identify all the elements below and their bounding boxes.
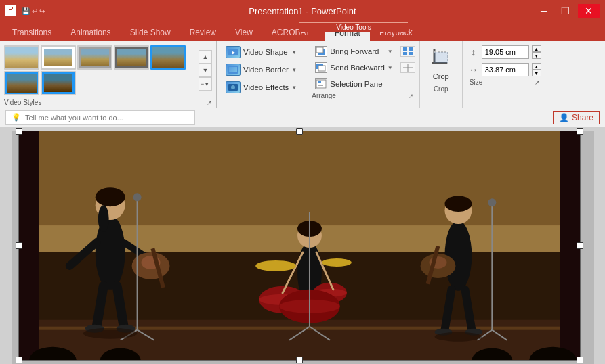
crop-section-label: Crop — [432, 85, 450, 93]
video-effects-section: ▶ Video Shape ▼ Video Border ▼ Video Eff… — [217, 41, 306, 108]
rotation-line — [299, 127, 299, 131]
video-shape-dropdown-icon: ▼ — [291, 49, 297, 55]
svg-rect-17 — [318, 85, 323, 86]
send-backward-row: Send Backward ▼ — [310, 60, 415, 75]
arrange-grid-btn-1[interactable] — [400, 46, 415, 57]
scroll-more-button[interactable]: ≡▼ — [199, 77, 212, 91]
close-button[interactable]: ✕ — [578, 4, 600, 18]
handle-top-right[interactable] — [577, 128, 583, 135]
handle-bottom-right[interactable] — [577, 357, 583, 363]
video-border-dropdown-icon: ▼ — [291, 67, 297, 73]
svg-rect-22 — [434, 52, 448, 63]
svg-point-61 — [444, 196, 472, 212]
width-decrement-button[interactable]: ▼ — [532, 70, 541, 76]
video-effects-icon — [226, 81, 241, 93]
bring-forward-icon — [315, 46, 327, 57]
rotation-handle[interactable] — [296, 127, 303, 131]
style-thumb-6[interactable] — [4, 71, 39, 95]
svg-point-78 — [434, 332, 482, 342]
search-input[interactable] — [25, 114, 189, 122]
svg-rect-2 — [228, 66, 238, 73]
size-label: Size ↗ — [468, 78, 541, 86]
arrange-expand[interactable]: ↗ — [409, 93, 414, 99]
height-input[interactable] — [482, 45, 529, 59]
styles-content: ▲ ▼ ≡▼ — [3, 42, 213, 99]
bring-forward-button[interactable]: Bring Forward ▼ — [310, 44, 397, 59]
slide-area — [0, 127, 605, 364]
style-thumb-7[interactable] — [41, 71, 76, 95]
video-shape-icon: ▶ — [226, 46, 241, 58]
tab-slideshow[interactable]: Slide Show — [121, 24, 180, 41]
scroll-up-button[interactable]: ▲ — [199, 50, 212, 64]
ribbon-tabs-area: Video Tools Transitions Animations Slide… — [0, 22, 605, 41]
size-section: ↕ ▲ ▼ ↔ ▲ ▼ Size ↗ — [463, 41, 547, 108]
concert-scene — [19, 131, 580, 360]
video-shape-button[interactable]: ▶ Video Shape ▼ — [221, 44, 301, 60]
svg-point-54 — [255, 260, 296, 271]
crop-section: Crop Crop — [420, 41, 463, 108]
style-thumb-3[interactable] — [77, 45, 112, 70]
video-styles-section: ▲ ▼ ≡▼ Video Styles ↗ — [0, 41, 217, 108]
selection-pane-button[interactable]: Selection Pane — [310, 76, 415, 91]
scroll-down-button[interactable]: ▼ — [199, 64, 212, 77]
svg-point-32 — [95, 187, 125, 206]
width-input[interactable] — [482, 63, 529, 76]
video-styles-expand[interactable]: ↗ — [207, 99, 212, 106]
video-border-icon — [226, 64, 241, 76]
svg-point-59 — [444, 221, 472, 291]
arrange-section: Bring Forward ▼ Send Backward ▼ — [306, 41, 419, 108]
style-thumb-1[interactable] — [4, 45, 39, 70]
arrange-grid-btn-2[interactable] — [400, 62, 415, 73]
width-icon: ↔ — [468, 64, 479, 75]
video-element[interactable] — [18, 131, 581, 361]
quick-access-icons: 💾 ↩ ↪ — [22, 7, 45, 15]
minimize-button[interactable]: ─ — [535, 4, 553, 18]
handle-bottom-center[interactable] — [296, 357, 303, 363]
handle-bottom-left[interactable] — [16, 357, 22, 363]
height-increment-button[interactable]: ▲ — [532, 45, 541, 52]
tab-animations[interactable]: Animations — [61, 24, 120, 41]
tab-view[interactable]: View — [226, 24, 262, 41]
svg-line-40 — [117, 286, 123, 327]
svg-rect-10 — [409, 52, 413, 55]
height-input-row: ↕ ▲ ▼ — [468, 45, 541, 59]
width-increment-button[interactable]: ▲ — [532, 63, 541, 70]
send-backward-icon — [315, 62, 327, 73]
tab-transitions[interactable]: Transitions — [3, 24, 61, 41]
send-backward-dropdown-icon: ▼ — [388, 65, 393, 71]
video-styles-label: Video Styles ↗ — [3, 99, 213, 106]
style-thumbnails-grid — [3, 44, 196, 97]
video-border-button[interactable]: Video Border ▼ — [221, 62, 301, 78]
style-thumb-2[interactable] — [41, 45, 76, 70]
style-thumb-5[interactable] — [150, 45, 186, 70]
svg-point-76 — [488, 198, 496, 206]
svg-rect-9 — [403, 52, 407, 55]
video-effects-button[interactable]: Video Effects ▼ — [221, 79, 301, 95]
arrange-label: Arrange ↗ — [310, 92, 415, 99]
bring-forward-dropdown-icon: ▼ — [388, 49, 393, 55]
handle-top-left[interactable] — [16, 128, 22, 135]
style-scroll-arrows: ▲ ▼ ≡▼ — [197, 49, 213, 92]
size-expand[interactable]: ↗ — [535, 79, 540, 86]
share-button[interactable]: 👤 Share — [553, 111, 600, 124]
crop-button[interactable]: Crop — [425, 43, 457, 84]
window-controls[interactable]: ─ ❐ ✕ — [535, 4, 600, 18]
crop-label: Crop — [433, 72, 449, 81]
handle-middle-left[interactable] — [16, 242, 22, 249]
powerpoint-icon: 🅿 — [5, 5, 16, 17]
height-decrement-button[interactable]: ▼ — [532, 52, 541, 59]
lightbulb-icon: 💡 — [12, 113, 21, 122]
selection-pane-icon — [315, 78, 327, 89]
tab-review[interactable]: Review — [180, 24, 226, 41]
send-backward-button[interactable]: Send Backward ▼ — [310, 60, 397, 75]
svg-rect-16 — [318, 81, 321, 83]
handle-middle-right[interactable] — [577, 242, 583, 249]
svg-point-72 — [133, 193, 141, 201]
svg-rect-6 — [316, 47, 323, 53]
restore-button[interactable]: ❐ — [556, 4, 575, 18]
height-icon: ↕ — [468, 47, 479, 58]
share-icon: 👤 — [559, 113, 569, 122]
svg-line-39 — [96, 286, 103, 327]
app-title: Presentation1 - PowerPoint — [249, 6, 356, 16]
style-thumb-4[interactable] — [114, 45, 149, 70]
